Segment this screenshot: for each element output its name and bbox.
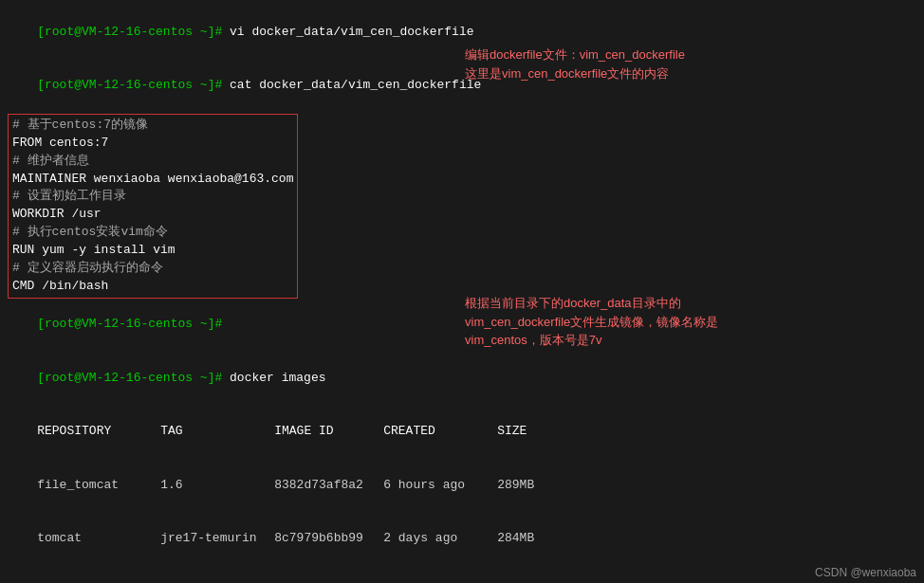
terminal-line: RUN yum -y install vim <box>12 242 293 260</box>
terminal-line: MAINTAINER wenxiaoba wenxiaoba@163.com <box>12 171 293 189</box>
terminal-line: # 基于centos:7的镜像 <box>12 117 293 135</box>
terminal-line: # 执行centos安装vim命令 <box>12 224 293 242</box>
terminal-line: # 定义容器启动执行的命令 <box>12 260 293 278</box>
terminal-line: [root@VM-12-16-centos ~]# cat docker_dat… <box>8 60 916 114</box>
terminal-line: # 设置初始工作目录 <box>12 188 293 206</box>
terminal-line: [root@VM-12-16-centos ~]# vi docker_data… <box>8 6 916 60</box>
terminal-line: CMD /bin/bash <box>12 278 293 296</box>
watermark: CSDN @wenxiaoba <box>815 566 916 579</box>
terminal-line: FROM centos:7 <box>12 135 293 153</box>
prompt-text: [root@VM-12-16-centos ~]# <box>37 25 230 39</box>
docker-image-row: tomcatjre17-temurin8c7979b6bb992 days ag… <box>8 513 916 567</box>
annotation-build: 根据当前目录下的docker_data目录中的 vim_cen_dockerfi… <box>465 294 718 350</box>
terminal-line: [root@VM-12-16-centos ~]# <box>8 299 916 353</box>
terminal: [root@VM-12-16-centos ~]# vi docker_data… <box>0 0 924 583</box>
docker-image-row: file_tomcat1.68382d73af8a26 hours ago289… <box>8 459 916 513</box>
dockerfile-content-box: # 基于centos:7的镜像 FROM centos:7 # 维护者信息 MA… <box>8 114 298 298</box>
annotation-dockerfile: 编辑dockerfile文件：vim_cen_dockerfile 这里是vim… <box>465 46 685 82</box>
docker-image-row: centos7eeb6ee3f44bd13 months ago204MB <box>8 566 916 583</box>
terminal-line: [root@VM-12-16-centos ~]# docker images <box>8 352 916 406</box>
terminal-line: WORKDIR /usr <box>12 206 293 224</box>
terminal-line: # 维护者信息 <box>12 153 293 171</box>
docker-images-header: REPOSITORYTAGIMAGE IDCREATEDSIZE <box>8 406 916 460</box>
